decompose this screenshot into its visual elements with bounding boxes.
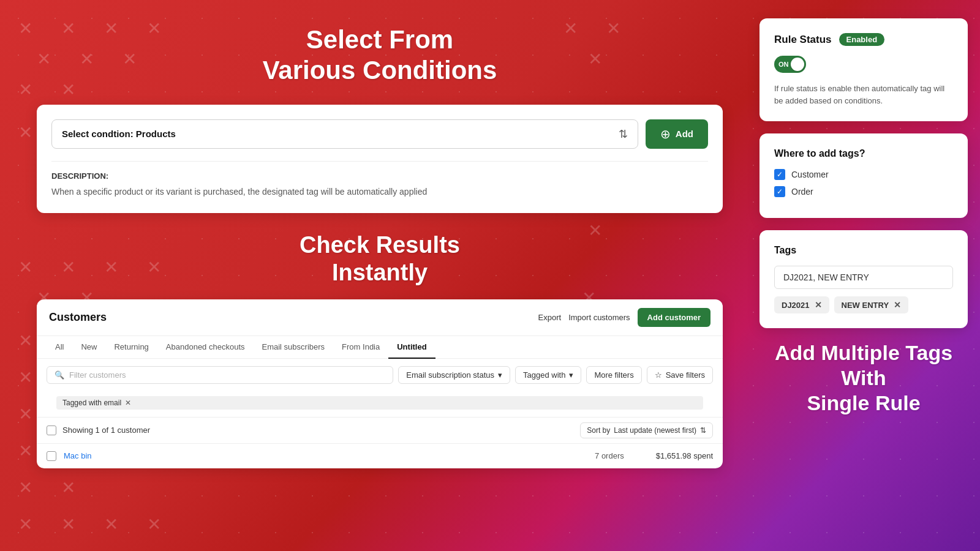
tag-chip-new-entry: NEW ENTRY ✕ (834, 296, 909, 313)
search-placeholder: Filter customers (69, 370, 126, 380)
tag-chip-new-entry-label: NEW ENTRY (842, 301, 889, 310)
customers-tabs: All New Returning Abandoned checkouts Em… (37, 336, 723, 359)
tab-from-india[interactable]: From India (333, 336, 388, 359)
sort-label: Sort by (587, 426, 610, 435)
chevron-down-icon: ▾ (498, 370, 502, 380)
customer-name[interactable]: Mac bin (64, 451, 587, 460)
showing-count: Showing 1 of 1 customer (62, 425, 150, 435)
tagged-with-label: Tagged with (523, 370, 565, 380)
checkmark-icon: ✓ (777, 170, 783, 179)
add-button-label: Add (676, 129, 693, 139)
where-tags-title: Where to add tags? (774, 148, 953, 159)
tagged-with-filter-button[interactable]: Tagged with ▾ (515, 366, 581, 384)
left-panel: Select From Various Conditions Select co… (0, 0, 747, 551)
tab-all[interactable]: All (47, 336, 72, 359)
where-tags-card: Where to add tags? ✓ Customer ✓ Order (760, 133, 968, 218)
select-text: Select condtion: Products (62, 129, 176, 139)
search-icon: 🔍 (55, 370, 64, 380)
tab-untitled[interactable]: Untitled (388, 336, 435, 359)
order-checkbox-checked[interactable]: ✓ (774, 186, 785, 197)
tags-input[interactable] (774, 266, 953, 289)
export-button[interactable]: Export (538, 313, 562, 322)
import-customers-button[interactable]: Import customers (568, 313, 630, 322)
email-subscription-filter-button[interactable]: Email subscription status ▾ (398, 366, 510, 384)
sort-value: Last update (newest first) (614, 426, 696, 435)
tab-email-subscribers[interactable]: Email subscribers (254, 336, 334, 359)
remove-tag-new-entry-button[interactable]: ✕ (894, 300, 901, 310)
headline-top-line2: Various Conditions (263, 56, 497, 84)
condition-select-row: Select condtion: Products ⇅ ⊕ Add (51, 119, 708, 149)
tags-title: Tags (774, 245, 953, 256)
sort-chevron-icon: ⇅ (700, 426, 706, 435)
toggle-row: ON (774, 56, 953, 73)
chevron-updown-icon: ⇅ (619, 127, 628, 141)
more-filters-button[interactable]: More filters (586, 366, 641, 384)
headline-bottom-line2: Instantly (332, 260, 428, 285)
select-all-checkbox[interactable] (47, 425, 56, 435)
customer-option-label: Customer (791, 170, 829, 179)
tags-card: Tags DJ2021 ✕ NEW ENTRY ✕ (760, 230, 968, 328)
rule-status-row: Rule Status Enabled (774, 33, 953, 46)
rule-status-card: Rule Status Enabled ON If rule status is… (760, 18, 968, 121)
chevron-down-icon-2: ▾ (569, 370, 573, 380)
select-label: Select condtion: (62, 129, 134, 139)
add-condition-button[interactable]: ⊕ Add (646, 119, 708, 149)
tag-chip-dj2021-label: DJ2021 (782, 301, 810, 310)
bottom-text-line2: Single Rule (807, 391, 920, 414)
order-tag-option: ✓ Order (774, 186, 953, 197)
rule-status-toggle[interactable]: ON (774, 56, 806, 73)
description-label: DESCRIPTION: (51, 171, 708, 181)
save-filters-label: Save filters (666, 370, 705, 380)
headline-bottom-line1: Check Results (300, 232, 460, 258)
add-customer-button[interactable]: Add customer (638, 308, 710, 327)
toggle-thumb (791, 58, 804, 71)
plus-circle-icon: ⊕ (660, 127, 671, 141)
sort-dropdown[interactable]: Sort by Last update (newest first) ⇅ (580, 422, 713, 438)
email-filter-label: Email subscription status (406, 370, 494, 380)
customers-actions: Export Import customers Add customer (538, 308, 710, 327)
description-section: DESCRIPTION: When a specific product or … (51, 161, 708, 198)
remove-tag-dj2021-button[interactable]: ✕ (815, 300, 822, 310)
tab-new[interactable]: New (72, 336, 105, 359)
tag-chip-dj2021: DJ2021 ✕ (774, 296, 829, 313)
save-filters-button[interactable]: ☆ Save filters (647, 366, 713, 384)
bottom-headline: Check Results Instantly (37, 231, 723, 287)
active-filters-row: Tagged with email ✕ (37, 391, 723, 417)
customer-spent: $1,651.98 spent (656, 451, 713, 460)
description-text: When a specific product or its variant i… (51, 186, 708, 198)
rule-description: If rule status is enable then automatica… (774, 83, 953, 107)
customers-title: Customers (49, 311, 107, 324)
condition-card: Select condtion: Products ⇅ ⊕ Add DESCRI… (37, 105, 723, 213)
top-headline: Select From Various Conditions (37, 24, 723, 86)
tags-list: DJ2021 ✕ NEW ENTRY ✕ (774, 296, 953, 313)
customer-checkbox[interactable] (47, 451, 56, 461)
select-value: Products (136, 129, 176, 139)
customers-table-header: Showing 1 of 1 customer Sort by Last upd… (37, 417, 723, 443)
search-box[interactable]: 🔍 Filter customers (47, 366, 393, 384)
table-row: Mac bin 7 orders $1,651.98 spent (37, 443, 723, 468)
star-icon: ☆ (655, 370, 662, 380)
bottom-text-line1: Add Multiple Tags With (775, 341, 952, 389)
right-panel: Rule Status Enabled ON If rule status is… (747, 0, 980, 551)
order-option-label: Order (791, 187, 813, 197)
bottom-right-text: Add Multiple Tags With Single Rule (760, 328, 968, 415)
tab-abandoned[interactable]: Abandoned checkouts (157, 336, 254, 359)
enabled-badge: Enabled (839, 33, 885, 46)
remove-filter-tag-button[interactable]: ✕ (125, 399, 131, 407)
toggle-on-label: ON (778, 61, 789, 68)
tab-returning[interactable]: Returning (105, 336, 157, 359)
customer-checkbox-checked[interactable]: ✓ (774, 169, 785, 180)
active-filter-tag: Tagged with email ✕ (56, 396, 703, 410)
headline-top-line1: Select From (306, 25, 453, 54)
customers-header: Customers Export Import customers Add cu… (37, 299, 723, 336)
condition-select-dropdown[interactable]: Select condtion: Products ⇅ (51, 119, 638, 149)
customer-orders: 7 orders (595, 451, 624, 460)
customers-filters: 🔍 Filter customers Email subscription st… (37, 359, 723, 391)
customer-tag-option: ✓ Customer (774, 169, 953, 180)
rule-status-label: Rule Status (774, 34, 832, 46)
checkmark-icon-2: ✓ (777, 187, 783, 196)
filter-tag-text: Tagged with email (62, 399, 121, 407)
customers-card: Customers Export Import customers Add cu… (37, 299, 723, 468)
